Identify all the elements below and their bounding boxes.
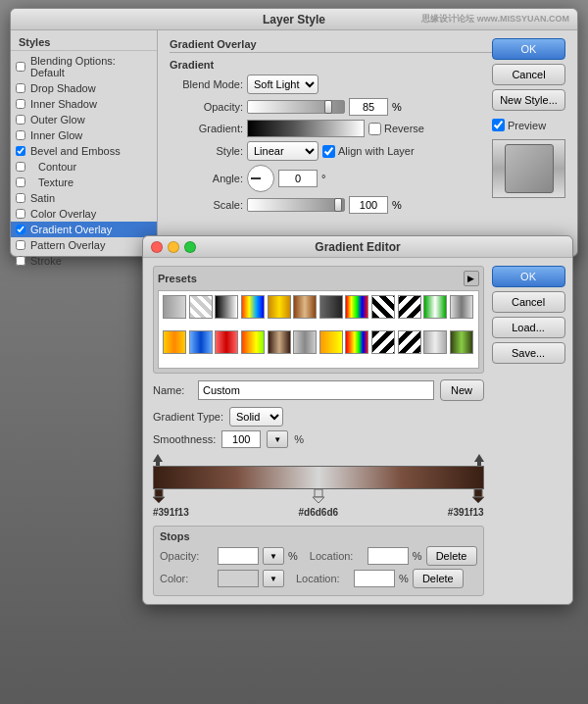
preset-4[interactable] (241, 295, 265, 319)
gradient-save-button[interactable]: Save... (492, 342, 565, 364)
color-stop-center[interactable] (313, 489, 324, 505)
color-delete-button[interactable]: Delete (413, 569, 464, 588)
preset-16[interactable] (241, 330, 265, 354)
style-item-contour[interactable]: Contour (11, 159, 157, 175)
texture-checkbox[interactable] (16, 177, 25, 187)
style-item-satin[interactable]: Satin (11, 190, 157, 206)
style-item-gradient-overlay[interactable]: Gradient Overlay (11, 222, 157, 237)
smoothness-label: Smoothness: (153, 433, 216, 445)
scale-input[interactable] (349, 196, 388, 214)
preset-6[interactable] (293, 295, 317, 319)
reverse-checkbox[interactable] (368, 123, 381, 135)
color-stop-dropdown[interactable]: ▼ (263, 570, 284, 587)
opacity-slider[interactable] (247, 100, 345, 114)
color-hex-right: #391f13 (448, 507, 484, 518)
blend-mode-select[interactable]: Soft Light Normal Multiply Screen Overla… (247, 75, 318, 94)
angle-circle[interactable] (247, 165, 274, 192)
gradient-preview[interactable] (247, 120, 365, 137)
style-item-stroke[interactable]: Stroke (11, 253, 157, 269)
opacity-unit: % (392, 101, 402, 113)
style-item-pattern-overlay[interactable]: Pattern Overlay (11, 237, 157, 253)
style-item-blending[interactable]: Blending Options: Default (11, 53, 157, 80)
opacity-delete-button[interactable]: Delete (426, 546, 477, 566)
gradient-ok-button[interactable]: OK (492, 266, 565, 287)
preset-13[interactable] (163, 330, 186, 354)
color-location-input[interactable] (354, 570, 395, 587)
new-gradient-button[interactable]: New (440, 379, 484, 401)
color-stop-right[interactable] (472, 489, 484, 505)
color-stop-left[interactable] (153, 489, 165, 505)
preset-8[interactable] (345, 295, 368, 319)
opacity-stop-right[interactable] (474, 454, 484, 466)
style-item-outer-glow[interactable]: Outer Glow (11, 112, 157, 127)
maximize-button[interactable] (184, 241, 196, 253)
preset-1[interactable] (163, 295, 186, 319)
presets-menu-button[interactable]: ▶ (464, 271, 479, 286)
opacity-location-input[interactable] (368, 547, 409, 565)
preset-20[interactable] (345, 330, 368, 354)
blending-checkbox[interactable] (16, 62, 25, 72)
style-item-inner-shadow[interactable]: Inner Shadow (11, 96, 157, 112)
minimize-button[interactable] (168, 241, 179, 253)
ok-button[interactable]: OK (492, 38, 565, 60)
gradient-type-select[interactable]: Solid Noise (229, 407, 283, 427)
opacity-stop-input[interactable] (218, 547, 259, 565)
style-item-texture[interactable]: Texture (11, 175, 157, 190)
preset-23[interactable] (423, 330, 447, 354)
gradient-load-button[interactable]: Load... (492, 317, 565, 338)
color-stop-swatch[interactable] (218, 570, 259, 587)
new-style-button[interactable]: New Style... (492, 89, 565, 111)
preset-24[interactable] (450, 330, 473, 354)
pattern-overlay-checkbox[interactable] (16, 240, 25, 250)
scale-thumb[interactable] (334, 198, 342, 212)
preset-19[interactable] (319, 330, 343, 354)
inner-glow-checkbox[interactable] (16, 130, 25, 140)
preset-3[interactable] (215, 295, 238, 319)
inner-shadow-checkbox[interactable] (16, 99, 25, 109)
preset-11[interactable] (423, 295, 447, 319)
opacity-stop-dropdown[interactable]: ▼ (263, 547, 284, 565)
close-button[interactable] (151, 241, 163, 253)
name-input[interactable] (198, 380, 434, 400)
cancel-button[interactable]: Cancel (492, 64, 565, 85)
smoothness-dropdown[interactable]: ▼ (267, 430, 288, 448)
style-item-bevel-emboss[interactable]: Bevel and Emboss (11, 143, 157, 159)
gradient-overlay-checkbox[interactable] (16, 225, 25, 234)
stroke-checkbox[interactable] (16, 256, 25, 266)
style-item-drop-shadow[interactable]: Drop Shadow (11, 80, 157, 96)
gradient-bar[interactable] (153, 466, 484, 489)
preset-12[interactable] (450, 295, 473, 319)
contour-checkbox[interactable] (16, 162, 25, 172)
preset-5[interactable] (268, 295, 291, 319)
preset-2[interactable] (189, 295, 213, 319)
opacity-stop-left[interactable] (153, 454, 163, 466)
style-select[interactable]: Linear Radial Angle Reflected Diamond (247, 141, 318, 161)
preset-14[interactable] (189, 330, 213, 354)
angle-input[interactable] (278, 170, 318, 187)
style-item-color-overlay[interactable]: Color Overlay (11, 206, 157, 222)
preset-7[interactable] (319, 295, 343, 319)
preset-21[interactable] (371, 330, 395, 354)
color-overlay-checkbox[interactable] (16, 209, 25, 219)
gradient-bottom-stops (153, 489, 484, 505)
preset-9[interactable] (371, 295, 395, 319)
preset-18[interactable] (293, 330, 317, 354)
opacity-input[interactable] (349, 98, 388, 116)
angle-label: Angle: (170, 173, 243, 184)
gradient-cancel-button[interactable]: Cancel (492, 291, 565, 313)
align-checkbox[interactable] (322, 145, 335, 158)
preset-22[interactable] (398, 330, 421, 354)
preview-box (492, 139, 565, 198)
bevel-emboss-checkbox[interactable] (16, 146, 25, 156)
smoothness-input[interactable] (221, 430, 261, 448)
scale-slider[interactable] (247, 198, 345, 212)
satin-checkbox[interactable] (16, 193, 25, 203)
outer-glow-checkbox[interactable] (16, 115, 25, 125)
preset-17[interactable] (268, 330, 291, 354)
style-item-inner-glow[interactable]: Inner Glow (11, 127, 157, 143)
preview-checkbox[interactable] (492, 119, 505, 131)
preset-10[interactable] (398, 295, 421, 319)
opacity-thumb[interactable] (324, 100, 332, 114)
drop-shadow-checkbox[interactable] (16, 83, 25, 93)
preset-15[interactable] (215, 330, 238, 354)
